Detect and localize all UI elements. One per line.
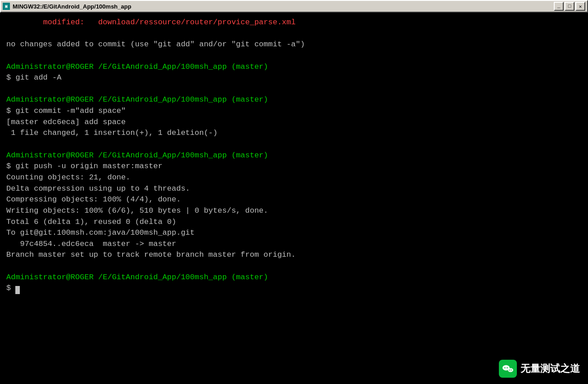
terminal-line-17: Writing objects: 100% (6/6), 510 bytes |…: [6, 205, 582, 217]
terminal-line-18: Total 6 (delta 1), reused 0 (delta 0): [6, 217, 582, 228]
titlebar-left: MINGW32:/E/GitAndroid_App/100msh_app: [3, 3, 131, 10]
terminal-line-23: Administrator@ROGER /E/GitAndroid_App/10…: [6, 272, 582, 283]
terminal-body: modified: download/ressource/router/prov…: [0, 13, 588, 384]
terminal-line-5: $ git add -A: [6, 72, 582, 84]
svg-point-1: [504, 367, 506, 369]
svg-point-4: [509, 370, 510, 371]
maximize-button[interactable]: □: [565, 2, 574, 11]
terminal-line-7: Administrator@ROGER /E/GitAndroid_App/10…: [6, 94, 582, 106]
terminal-line-16: Compressing objects: 100% (4/4), done.: [6, 194, 582, 205]
window-title: MINGW32:/E/GitAndroid_App/100msh_app: [13, 3, 131, 10]
close-button[interactable]: ✕: [575, 2, 585, 11]
terminal-line-22: [6, 261, 582, 272]
watermark: 无量测试之道: [499, 360, 580, 378]
terminal-line-4: Administrator@ROGER /E/GitAndroid_App/10…: [6, 62, 582, 73]
terminal-line-12: Administrator@ROGER /E/GitAndroid_App/10…: [6, 150, 582, 161]
svg-point-5: [511, 370, 512, 371]
terminal-line-6: [6, 84, 582, 95]
terminal-line-3: [6, 50, 582, 62]
terminal-line-1: [6, 28, 582, 40]
terminal-line-20: 97c4854..edc6eca master -> master: [6, 239, 582, 250]
svg-point-2: [507, 367, 508, 369]
terminal-line-15: Delta compression using up to 4 threads.: [6, 183, 582, 195]
terminal-line-9: [master edc6eca] add space: [6, 117, 582, 128]
window: MINGW32:/E/GitAndroid_App/100msh_app _ □…: [0, 0, 588, 384]
svg-point-3: [508, 368, 513, 372]
terminal-line-24: $: [6, 283, 582, 294]
watermark-text: 无量测试之道: [520, 362, 580, 375]
terminal-line-8: $ git commit -m"add space": [6, 106, 582, 117]
terminal-line-14: Counting objects: 21, done.: [6, 172, 582, 183]
terminal-line-13: $ git push -u origin master:master: [6, 161, 582, 172]
terminal-line-0: modified: download/ressource/router/prov…: [6, 17, 582, 28]
cursor: [15, 286, 20, 294]
terminal-line-10: 1 file changed, 1 insertion(+), 1 deleti…: [6, 128, 582, 139]
terminal-line-19: To git@git.100msh.com:java/100msh_app.gi…: [6, 228, 582, 239]
titlebar: MINGW32:/E/GitAndroid_App/100msh_app _ □…: [0, 0, 588, 13]
minimize-button[interactable]: _: [554, 2, 564, 11]
titlebar-buttons: _ □ ✕: [554, 2, 585, 11]
terminal-line-2: no changes added to commit (use "git add…: [6, 39, 582, 50]
terminal-icon: [3, 3, 10, 10]
terminal-line-21: Branch master set up to track remote bra…: [6, 250, 582, 261]
terminal-line-11: [6, 139, 582, 150]
wechat-icon: [499, 360, 517, 378]
